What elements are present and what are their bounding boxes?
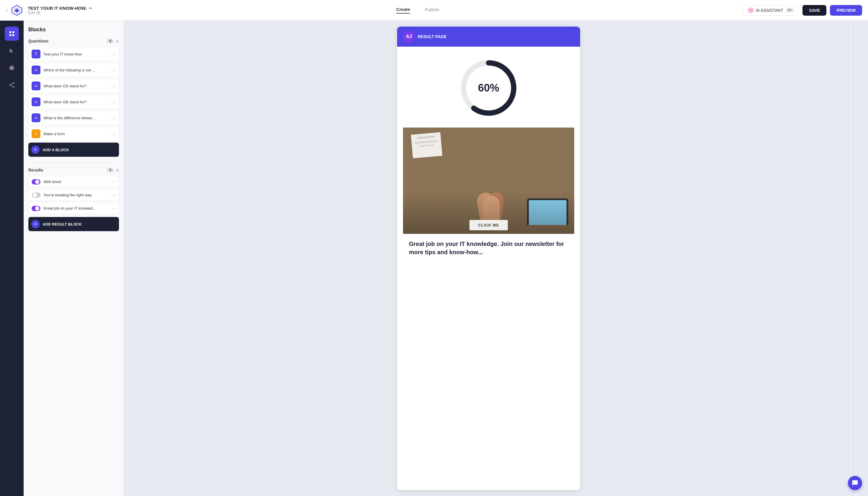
sidebar-item-design[interactable] — [5, 44, 19, 58]
results-count: 3 — [107, 168, 114, 172]
result-text: Great job on your IT knowledge. Join our… — [403, 234, 574, 262]
r1-icon-group — [32, 179, 41, 185]
questions-label: Questions — [28, 39, 48, 43]
result-body: 60% — [397, 47, 580, 271]
result-header: AJ RESULT PAGE — [397, 27, 580, 47]
toggle-knob-r1 — [35, 180, 39, 184]
results-label: Results — [28, 168, 43, 172]
block-icon-q5: ≡ — [32, 113, 41, 122]
toggle-r1[interactable] — [32, 179, 41, 185]
block-menu-r2[interactable]: ··· — [111, 192, 116, 198]
block-menu-r1[interactable]: ··· — [111, 179, 116, 185]
toggle-knob-r2 — [33, 193, 37, 197]
app-logo — [11, 4, 23, 17]
block-item-r2[interactable]: You're heading the right way. ··· — [28, 189, 119, 201]
questions-header-right: 6 ∧ — [107, 39, 119, 43]
ai-shortcut: ⌘K — [786, 8, 794, 13]
title-text: TEST YOUR IT KNOW-HOW. — [28, 5, 87, 11]
block-item-r3[interactable]: Great job on your IT knowled... ··· — [28, 203, 119, 214]
questions-section-header: Questions 6 ∧ — [28, 39, 119, 43]
results-header-right: 3 ∧ — [107, 168, 119, 172]
toggle-r2[interactable] — [32, 192, 41, 198]
block-label-r2: You're heading the right way. — [43, 193, 108, 197]
add-result-plus-icon: + — [31, 220, 40, 228]
nav-tabs: Create Publish — [92, 7, 743, 14]
chat-button[interactable] — [848, 476, 862, 490]
info-icon[interactable]: i — [36, 11, 41, 15]
block-label-q6: Make a form — [43, 132, 108, 136]
block-icon-q4: ≡ — [32, 97, 41, 106]
add-block-button[interactable]: + ADD A BLOCK — [28, 143, 119, 157]
block-menu-q5[interactable]: ··· — [111, 115, 116, 121]
result-header-avatar: AJ — [403, 31, 415, 43]
donut-chart: 60% — [456, 56, 521, 121]
questions-count: 6 — [107, 39, 114, 43]
ai-assistant-button[interactable]: AI ASSISTANT ⌘K — [743, 5, 799, 16]
svg-line-13 — [11, 83, 13, 85]
questions-chevron[interactable]: ∧ — [116, 39, 119, 43]
block-menu-q3[interactable]: ··· — [111, 83, 116, 89]
block-label-r1: Well done! — [43, 180, 108, 184]
block-label-q1: Test your IT know-how — [43, 52, 108, 57]
svg-point-11 — [13, 86, 14, 88]
preview-button[interactable]: PREVIEW — [830, 5, 862, 16]
main-layout: Blocks Questions 6 ∧ T Test your IT know… — [0, 0, 868, 496]
block-item-q5[interactable]: ≡ What is the difference betwe... ··· — [28, 111, 119, 125]
title-group: TEST YOUR IT KNOW-HOW. ✏ Quiz i — [28, 5, 92, 15]
page-title: TEST YOUR IT KNOW-HOW. ✏ — [28, 5, 92, 11]
block-menu-q6[interactable]: ··· — [111, 131, 116, 137]
svg-point-10 — [10, 84, 11, 86]
edit-title-icon[interactable]: ✏ — [89, 6, 92, 11]
result-image: CLICK ME — [403, 127, 574, 234]
svg-rect-6 — [12, 31, 14, 33]
add-result-label: ADD RESULT BLOCK — [43, 222, 82, 227]
icon-sidebar — [0, 21, 24, 496]
sidebar-item-blocks[interactable] — [5, 27, 19, 41]
block-menu-q2[interactable]: ··· — [111, 67, 116, 73]
settings-icon — [9, 65, 15, 71]
block-item-q2[interactable]: ≡ Which of the following is not ... ··· — [28, 63, 119, 77]
add-result-block-button[interactable]: + ADD RESULT BLOCK — [28, 217, 119, 231]
preview-area: AJ RESULT PAGE 60% — [124, 21, 853, 496]
right-panel — [853, 21, 868, 496]
svg-point-9 — [13, 82, 14, 84]
toggle-r3[interactable] — [32, 206, 41, 211]
topnav-actions: AI ASSISTANT ⌘K SAVE PREVIEW — [743, 5, 862, 16]
tab-publish[interactable]: Publish — [425, 7, 439, 13]
cursor-icon — [9, 48, 15, 54]
click-me-button[interactable]: CLICK ME — [469, 220, 508, 230]
sidebar-item-settings[interactable] — [5, 61, 19, 75]
block-label-q3: What does OS stand for? — [43, 84, 108, 88]
results-chevron[interactable]: ∧ — [116, 168, 119, 172]
block-item-q1[interactable]: T Test your IT know-how ··· — [28, 47, 119, 61]
r2-icon-group — [32, 192, 41, 198]
block-item-r1[interactable]: Well done! ··· — [28, 176, 119, 187]
blocks-panel-title: Blocks — [28, 27, 119, 33]
chat-icon — [852, 480, 858, 486]
block-item-q6[interactable]: + Make a form ··· — [28, 127, 119, 141]
results-section-header: Results 3 ∧ — [28, 168, 119, 172]
block-icon-q3: ≡ — [32, 81, 41, 90]
svg-rect-8 — [12, 34, 14, 36]
block-icon-q2: ≡ — [32, 65, 41, 74]
block-menu-q4[interactable]: ··· — [111, 99, 116, 105]
block-label-q4: What does GB stand for? — [43, 100, 108, 104]
block-menu-r3[interactable]: ··· — [111, 205, 116, 212]
page-subtitle: Quiz i — [28, 11, 92, 15]
r3-icon-group — [32, 206, 41, 211]
share-icon — [9, 82, 15, 88]
result-header-text: RESULT PAGE — [418, 34, 447, 39]
block-item-q3[interactable]: ≡ What does OS stand for? ··· — [28, 79, 119, 93]
tab-create[interactable]: Create — [396, 7, 410, 14]
sidebar-item-share[interactable] — [5, 78, 19, 92]
subtitle-text: Quiz — [28, 11, 35, 15]
block-menu-q1[interactable]: ··· — [111, 51, 116, 57]
blocks-panel: Blocks Questions 6 ∧ T Test your IT know… — [24, 21, 124, 496]
block-label-q5: What is the difference betwe... — [43, 116, 108, 120]
add-block-plus-icon: + — [31, 145, 40, 154]
back-button[interactable]: ‹ — [6, 7, 8, 13]
save-button[interactable]: SAVE — [803, 5, 826, 16]
block-item-q4[interactable]: ≡ What does GB stand for? ··· — [28, 95, 119, 109]
svg-point-4 — [750, 10, 751, 11]
donut-percent-label: 60% — [478, 82, 499, 94]
